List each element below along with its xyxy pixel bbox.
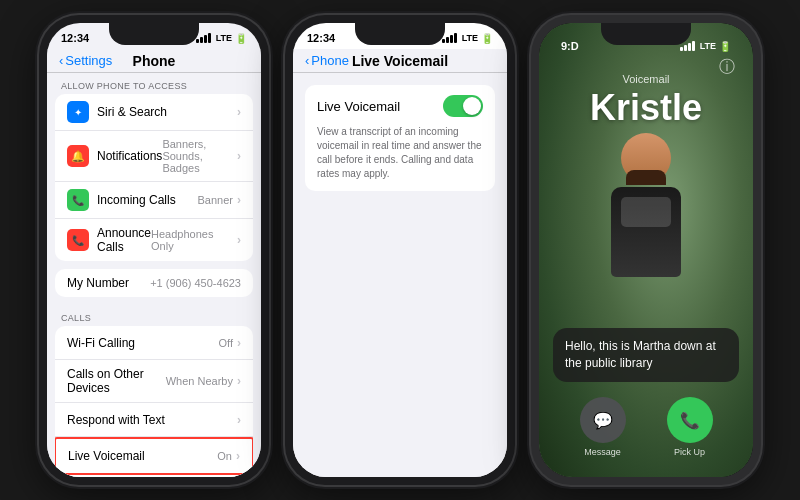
phone-2-screen: 12:34 LTE 🔋 ‹ Phone Live Voicemail: [293, 23, 507, 477]
caller-name: Kristle: [539, 87, 753, 129]
section-calls-header: CALLS: [47, 305, 261, 326]
announce-calls-icon: 📞: [67, 229, 89, 251]
phone-1-screen: 12:34 LTE 🔋 ‹ Settings Phone ALLO: [47, 23, 261, 477]
nav-bar-1: ‹ Settings Phone: [47, 49, 261, 73]
announce-calls-row[interactable]: 📞 Announce Calls Headphones Only ›: [55, 219, 253, 261]
notch-3: [601, 23, 691, 45]
wifi-calling-label: Wi-Fi Calling: [67, 336, 219, 350]
announce-calls-chevron: ›: [237, 233, 241, 247]
siri-icon: ✦: [67, 101, 89, 123]
person-hair: [626, 170, 666, 185]
my-number-row: My Number +1 (906) 450-4623: [67, 276, 241, 290]
message-action-label: Message: [584, 447, 621, 457]
notifications-chevron: ›: [237, 149, 241, 163]
voicemail-toggle-row: Live Voicemail: [317, 95, 483, 117]
incoming-calls-value: Banner: [198, 194, 233, 206]
wifi-calling-value: Off: [219, 337, 233, 349]
back-button-2[interactable]: ‹ Phone: [305, 53, 349, 68]
live-voicemail-value: On: [217, 450, 232, 462]
toggle-knob: [463, 97, 481, 115]
call-actions: 💬 Message 📞 Pick Up: [539, 397, 753, 457]
section-allow-header: ALLOW PHONE TO ACCESS: [47, 73, 261, 94]
calls-other-value: When Nearby: [166, 375, 233, 387]
signal-bar-12: [692, 41, 695, 51]
notifications-icon: 🔔: [67, 145, 89, 167]
lte-label-1: LTE: [216, 33, 232, 43]
signal-bar-9: [680, 47, 683, 51]
live-voicemail-label: Live Voicemail: [68, 449, 217, 463]
live-voicemail-chevron: ›: [236, 449, 240, 463]
message-icon: 💬: [593, 411, 613, 430]
voicemail-description: View a transcript of an incoming voicema…: [317, 125, 483, 181]
incoming-calls-row[interactable]: 📞 Incoming Calls Banner ›: [55, 182, 253, 219]
voicemail-content: Live Voicemail View a transcript of an i…: [293, 73, 507, 477]
status-time-1: 12:34: [61, 32, 89, 44]
caller-photo: [601, 133, 691, 293]
status-icons-2: LTE 🔋: [442, 33, 493, 44]
incoming-calls-chevron: ›: [237, 193, 241, 207]
phone-1: 12:34 LTE 🔋 ‹ Settings Phone ALLO: [39, 15, 269, 485]
phone-3: 9:D LTE 🔋 ⓘ Voicemail Kristle: [531, 15, 761, 485]
voicemail-bubble: Hello, this is Martha down at the public…: [553, 328, 739, 382]
signal-bar-6: [446, 37, 449, 43]
person-shirt-detail: [621, 197, 671, 227]
nav-title-1: Phone: [133, 53, 176, 69]
siri-label: Siri & Search: [97, 105, 237, 119]
voicemail-caller-text: Hello, this is Martha down at the public…: [565, 338, 727, 372]
signal-bar-2: [200, 37, 203, 43]
my-number-value: +1 (906) 450-4623: [150, 277, 241, 289]
signal-bar-4: [208, 33, 211, 43]
respond-text-chevron: ›: [237, 413, 241, 427]
calls-other-devices-row[interactable]: Calls on Other Devices When Nearby ›: [55, 360, 253, 403]
incoming-calls-label: Incoming Calls: [97, 193, 198, 207]
signal-bar-1: [196, 39, 199, 43]
battery-icon-3: 🔋: [719, 41, 731, 52]
call-type-label: Voicemail: [539, 73, 753, 85]
notch-1: [109, 23, 199, 45]
message-action[interactable]: 💬 Message: [580, 397, 626, 457]
announce-calls-value: Headphones Only: [151, 228, 233, 252]
pickup-action-label: Pick Up: [674, 447, 705, 457]
person-head: [621, 133, 671, 183]
allow-group: ✦ Siri & Search › 🔔 Notifications Banner…: [55, 94, 253, 261]
silence-unknown-row[interactable]: Silence Unknown Callers On ›: [55, 475, 253, 477]
notifications-label: Notifications: [97, 149, 162, 163]
status-icons-1: LTE 🔋: [196, 33, 247, 44]
signal-bar-10: [684, 45, 687, 51]
incoming-calls-icon: 📞: [67, 189, 89, 211]
back-label-2: Phone: [311, 53, 349, 68]
live-voicemail-row[interactable]: Live Voicemail On ›: [56, 439, 252, 473]
pickup-action[interactable]: 📞 Pick Up: [667, 397, 713, 457]
respond-text-row[interactable]: Respond with Text ›: [55, 403, 253, 437]
calls-other-chevron: ›: [237, 374, 241, 388]
nav-bar-2: ‹ Phone Live Voicemail: [293, 49, 507, 73]
my-number-section: My Number +1 (906) 450-4623: [55, 269, 253, 297]
back-button-1[interactable]: ‹ Settings: [59, 53, 112, 68]
battery-icon-2: 🔋: [481, 33, 493, 44]
nav-title-2: Live Voicemail: [352, 53, 448, 69]
person-body: [611, 187, 681, 277]
calls-group: Wi-Fi Calling Off › Calls on Other Devic…: [55, 326, 253, 477]
voicemail-toggle[interactable]: [443, 95, 483, 117]
calls-other-label: Calls on Other Devices: [67, 367, 166, 395]
phone-pickup-icon: 📞: [680, 411, 700, 430]
wifi-calling-chevron: ›: [237, 336, 241, 350]
notifications-row[interactable]: 🔔 Notifications Banners, Sounds, Badges …: [55, 131, 253, 182]
notch-2: [355, 23, 445, 45]
pickup-circle: 📞: [667, 397, 713, 443]
siri-search-row[interactable]: ✦ Siri & Search ›: [55, 94, 253, 131]
signal-bar-5: [442, 39, 445, 43]
chevron-left-icon-2: ‹: [305, 53, 309, 68]
status-time-2: 12:34: [307, 32, 335, 44]
chevron-left-icon-1: ‹: [59, 53, 63, 68]
wifi-calling-row[interactable]: Wi-Fi Calling Off ›: [55, 326, 253, 360]
back-label-1: Settings: [65, 53, 112, 68]
signal-bar-3: [204, 35, 207, 43]
announce-calls-label: Announce Calls: [97, 226, 151, 254]
call-header: Voicemail Kristle: [539, 73, 753, 129]
notifications-value: Banners, Sounds, Badges: [162, 138, 233, 174]
respond-text-label: Respond with Text: [67, 413, 237, 427]
settings-content-1: ALLOW PHONE TO ACCESS ✦ Siri & Search › …: [47, 73, 261, 477]
phone-2: 12:34 LTE 🔋 ‹ Phone Live Voicemail: [285, 15, 515, 485]
status-time-3: 9:D: [561, 40, 579, 52]
